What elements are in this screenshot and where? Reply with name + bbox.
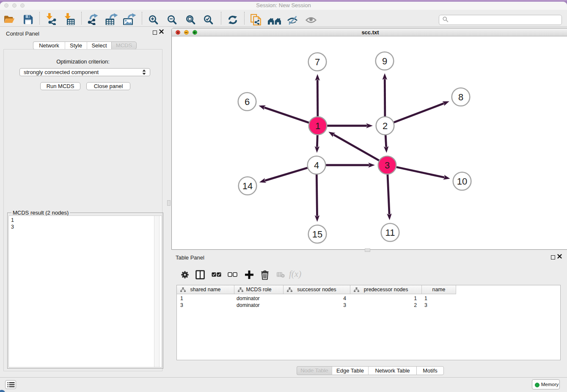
svg-text:15: 15 bbox=[312, 229, 322, 240]
svg-text:11: 11 bbox=[385, 227, 395, 238]
svg-text:8: 8 bbox=[458, 92, 463, 102]
svg-text:10: 10 bbox=[457, 176, 467, 187]
svg-text:4: 4 bbox=[314, 160, 319, 171]
svg-text:3: 3 bbox=[385, 160, 390, 171]
svg-text:9: 9 bbox=[382, 56, 387, 66]
svg-text:1: 1 bbox=[315, 121, 320, 131]
svg-text:7: 7 bbox=[315, 57, 320, 67]
svg-text:6: 6 bbox=[245, 97, 250, 107]
svg-text:2: 2 bbox=[383, 121, 388, 131]
svg-text:14: 14 bbox=[242, 181, 253, 191]
